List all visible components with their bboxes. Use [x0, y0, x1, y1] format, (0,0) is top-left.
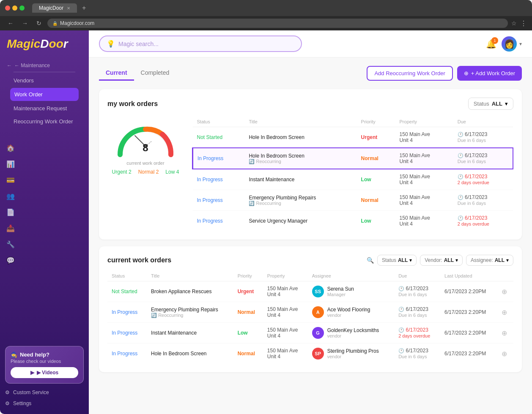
- nav-item-tenants[interactable]: 👥: [0, 188, 89, 204]
- cwo-col-priority: Priority: [233, 271, 263, 281]
- nav-item-lease[interactable]: 📄: [0, 204, 89, 220]
- gauge-area: 8 current work order Urgent 2 Normal 2 L…: [107, 117, 184, 175]
- vendors-label: Vendors: [14, 77, 34, 84]
- col-priority: Priority: [357, 117, 395, 127]
- browser-menu-icon[interactable]: ⋮: [520, 19, 527, 27]
- browser-tab[interactable]: MagicDoor ✕: [32, 3, 77, 13]
- cwo-assignee-filter[interactable]: Assignee: ALL ▾: [466, 255, 513, 266]
- user-avatar-button[interactable]: 👩 ▾: [502, 36, 522, 52]
- priority-badge: Normal: [238, 351, 255, 357]
- tab-current[interactable]: Current: [99, 66, 134, 81]
- cwo-filters: 🔍 Status ALL ▾ Vendor: ALL ▾ Assigne: [367, 255, 513, 266]
- gauge-number-text: 8: [143, 142, 148, 153]
- cwo-col-title: Title: [147, 271, 233, 281]
- search-input[interactable]: [118, 41, 294, 47]
- nav-item-chat[interactable]: 💬: [0, 252, 89, 268]
- last-updated-cell: 6/17/2023 2:20PM: [444, 351, 486, 357]
- maximize-dot[interactable]: [19, 5, 25, 11]
- list-item[interactable]: In Progress Hole In Bedroom Screen Norma…: [107, 343, 513, 364]
- chevron-down-icon: ▾: [519, 41, 522, 47]
- close-dot[interactable]: [5, 5, 10, 11]
- table-row[interactable]: In Progress Emergency Plumbing Repairs 🔄…: [193, 190, 513, 211]
- sidebar-item-maintenance-request[interactable]: Maintenance Request: [7, 102, 82, 115]
- chevron-down-vendor: ▾: [455, 257, 458, 263]
- sidebar-item-reoccurring-work-order[interactable]: Reoccurring Work Order: [7, 115, 82, 128]
- settings-item[interactable]: ⚙ Settings: [5, 398, 84, 409]
- assignee-avatar: A: [312, 306, 324, 318]
- property-cell: 150 Main AveUnit 4: [400, 194, 431, 206]
- nav-back-maintenance[interactable]: ← ← Maintenance: [7, 63, 82, 68]
- forward-button[interactable]: →: [19, 19, 30, 27]
- cwo-status-filter[interactable]: Status ALL ▾: [377, 255, 417, 266]
- sidebar-item-work-order[interactable]: Work Order: [10, 88, 79, 101]
- logo-area: MagicDoor: [0, 30, 89, 56]
- assignee-info: Sterling Plumbing Pros vendor: [327, 348, 379, 359]
- gauge-subtitle: current work order: [126, 161, 164, 166]
- nav-item-applications[interactable]: 📥: [0, 220, 89, 236]
- cwo-search-icon[interactable]: 🔍: [367, 257, 374, 264]
- tab-title: MagicDoor: [39, 5, 63, 11]
- custom-service-item[interactable]: ⚙ Custom Service: [5, 387, 84, 398]
- notifications-button[interactable]: 🔔 1: [486, 39, 496, 49]
- due-cell: 🕐 6/17/2023 Due in 6 days: [458, 131, 488, 143]
- nav-item-home[interactable]: 🏠: [0, 140, 89, 156]
- bookmark-icon[interactable]: ☆: [511, 20, 517, 27]
- nav-item-tools[interactable]: 🔧: [0, 236, 89, 252]
- new-tab-button[interactable]: +: [82, 4, 86, 12]
- row-action-icon[interactable]: ⊕: [502, 288, 507, 295]
- table-row[interactable]: Not Started Hole In Bedroom Screen Urgen…: [193, 127, 513, 148]
- cwo-vendor-filter[interactable]: Vendor: ALL ▾: [420, 255, 463, 266]
- custom-service-label: Custom Service: [13, 389, 49, 395]
- assignee-cell: SS Serena Sun Manager: [312, 286, 390, 297]
- back-arrow-icon: ←: [7, 63, 12, 68]
- add-work-order-button[interactable]: ⊕ + Add Work Order: [457, 66, 522, 81]
- last-updated-cell: 6/17/2023 2:20PM: [444, 289, 486, 294]
- status-filter-value: ALL: [492, 101, 502, 107]
- status-filter-my[interactable]: Status ALL ▾: [468, 98, 513, 110]
- low-count-label: Low 4: [165, 169, 179, 175]
- sidebar-item-vendors[interactable]: Vendors: [7, 74, 82, 87]
- table-row[interactable]: In Progress Service Urgency Manager Low …: [193, 211, 513, 232]
- list-item[interactable]: Not Started Broken Appliance Rescues Urg…: [107, 281, 513, 302]
- title-cell: Hole In Bedroom Screen: [249, 134, 304, 140]
- title-cell: Broken Appliance Rescues: [151, 289, 211, 294]
- nav-item-billing[interactable]: 💳: [0, 172, 89, 188]
- avatar-image: 👩: [504, 39, 515, 49]
- tab-close-icon[interactable]: ✕: [67, 6, 70, 11]
- assignee-name: Sterling Plumbing Pros: [327, 348, 379, 354]
- videos-button[interactable]: ▶ ▶ Videos: [11, 367, 78, 378]
- tab-completed[interactable]: Completed: [134, 66, 176, 81]
- window-controls[interactable]: [5, 5, 25, 11]
- back-button[interactable]: ←: [5, 19, 16, 27]
- list-item[interactable]: In Progress Emergency Plumbing Repairs 🔄…: [107, 302, 513, 323]
- table-row[interactable]: In Progress Instant Maintenance Low 150 …: [193, 169, 513, 190]
- browser-chrome: MagicDoor ✕ +: [0, 0, 532, 16]
- title-cell: Emergency Plumbing Repairs: [151, 307, 218, 313]
- col-status: Status: [193, 117, 245, 127]
- lease-icon: 📄: [7, 208, 14, 216]
- row-action-icon[interactable]: ⊕: [502, 330, 507, 337]
- work-orders-body: 8 current work order Urgent 2 Normal 2 L…: [107, 117, 513, 231]
- sidebar-nav: ← ← Maintenance Vendors Work Order Maint…: [0, 56, 89, 341]
- chevron-down-status: ▾: [505, 101, 508, 107]
- cwo-table: Status Title Priority Property Assignee …: [107, 271, 513, 364]
- reload-button[interactable]: ↻: [34, 19, 44, 27]
- add-reoccurring-button[interactable]: Add Reoccurring Work Order: [367, 66, 452, 81]
- assignee-name: Serena Sun: [327, 286, 354, 292]
- nav-item-reports[interactable]: 📊: [0, 156, 89, 172]
- assignee-role: Manager: [327, 292, 354, 297]
- search-box[interactable]: 💡: [99, 35, 302, 52]
- assignee-cell: G GoldenKey Locksmiths vendor: [312, 327, 390, 339]
- status-badge: In Progress: [112, 330, 137, 336]
- app-container: MagicDoor ← ← Maintenance Vendors Work O…: [0, 30, 532, 414]
- billing-icon: 💳: [7, 176, 14, 184]
- list-item[interactable]: In Progress Instant Maintenance Low 150 …: [107, 323, 513, 343]
- priority-badge: Low: [361, 218, 371, 224]
- my-work-orders-header: my work orders Status ALL ▾: [107, 98, 513, 110]
- assignee-cell: SP Sterling Plumbing Pros vendor: [312, 348, 390, 360]
- row-action-icon[interactable]: ⊕: [502, 309, 507, 316]
- minimize-dot[interactable]: [12, 5, 17, 11]
- table-row[interactable]: In Progress Hole In Bedroom Screen 🔄 Reo…: [193, 148, 513, 169]
- row-action-icon[interactable]: ⊕: [502, 350, 507, 357]
- address-bar[interactable]: 🔒 Magicdoor.com: [47, 19, 508, 28]
